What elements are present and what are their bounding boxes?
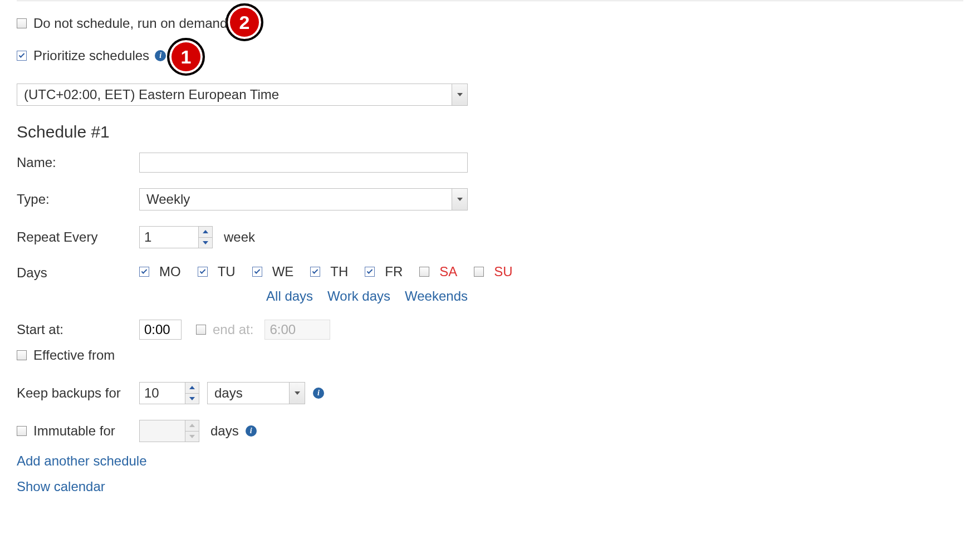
repeat-label: Repeat Every <box>17 229 139 245</box>
spinner-up-icon[interactable] <box>185 383 199 394</box>
name-label: Name: <box>17 155 139 170</box>
prioritize-label: Prioritize schedules <box>33 48 149 63</box>
run-on-demand-checkbox[interactable] <box>17 18 27 28</box>
day-we-checkbox[interactable] <box>252 267 262 277</box>
effective-from-label: Effective from <box>33 347 115 363</box>
type-label: Type: <box>17 192 139 207</box>
keep-value-spinner[interactable]: 10 <box>139 382 199 404</box>
type-select[interactable]: Weekly <box>139 188 468 210</box>
days-label: Days <box>17 264 139 281</box>
day-fr-checkbox[interactable] <box>365 267 375 277</box>
info-icon[interactable]: i <box>246 425 257 437</box>
spinner-up-icon <box>185 420 199 432</box>
day-label: WE <box>272 264 294 280</box>
chevron-down-icon <box>452 84 467 105</box>
preset-weekends[interactable]: Weekends <box>405 288 468 304</box>
spinner-down-icon[interactable] <box>199 238 212 248</box>
show-calendar-link[interactable]: Show calendar <box>17 479 963 494</box>
end-at-checkbox[interactable] <box>196 325 206 335</box>
effective-from-checkbox[interactable] <box>17 350 27 360</box>
repeat-value: 1 <box>139 226 198 248</box>
preset-work-days[interactable]: Work days <box>327 288 390 304</box>
timezone-select[interactable]: (UTC+02:00, EET) Eastern European Time <box>17 84 468 106</box>
spinner-down-icon <box>185 432 199 442</box>
start-at-label: Start at: <box>17 322 139 337</box>
immutable-value <box>139 420 185 442</box>
spinner-down-icon[interactable] <box>185 394 199 404</box>
chevron-down-icon <box>452 189 467 210</box>
preset-all-days[interactable]: All days <box>266 288 313 304</box>
immutable-checkbox[interactable] <box>17 426 27 436</box>
day-sa-checkbox[interactable] <box>419 267 429 277</box>
info-icon[interactable]: i <box>155 50 166 61</box>
info-icon[interactable]: i <box>313 388 324 399</box>
day-label: TU <box>218 264 236 280</box>
immutable-label: Immutable for <box>33 423 115 439</box>
start-time-input[interactable] <box>139 320 182 340</box>
schedule-heading: Schedule #1 <box>17 122 963 141</box>
day-label: SU <box>494 264 512 280</box>
name-input[interactable] <box>139 153 468 173</box>
day-label: MO <box>159 264 181 280</box>
keep-unit-value: days <box>208 385 289 401</box>
day-th-checkbox[interactable] <box>310 267 320 277</box>
repeat-spinner[interactable]: 1 <box>139 226 213 248</box>
immutable-spinner <box>139 420 199 442</box>
day-su-checkbox[interactable] <box>474 267 484 277</box>
chevron-down-icon <box>289 383 305 404</box>
end-at-label: end at: <box>213 322 253 337</box>
spinner-up-icon[interactable] <box>199 227 212 238</box>
prioritize-checkbox[interactable] <box>17 51 27 61</box>
day-label: TH <box>330 264 348 280</box>
day-label: FR <box>385 264 403 280</box>
keep-value: 10 <box>139 382 185 404</box>
repeat-unit: week <box>224 229 255 245</box>
immutable-unit: days <box>210 423 239 439</box>
run-on-demand-label: Do not schedule, run on demand <box>33 16 227 31</box>
add-schedule-link[interactable]: Add another schedule <box>17 453 963 469</box>
day-mo-checkbox[interactable] <box>139 267 149 277</box>
day-label: SA <box>439 264 457 280</box>
type-value: Weekly <box>140 192 452 207</box>
timezone-value: (UTC+02:00, EET) Eastern European Time <box>17 87 452 102</box>
end-time-input <box>264 320 330 340</box>
day-tu-checkbox[interactable] <box>198 267 208 277</box>
keep-unit-select[interactable]: days <box>207 382 305 404</box>
keep-backups-label: Keep backups for <box>17 385 139 401</box>
